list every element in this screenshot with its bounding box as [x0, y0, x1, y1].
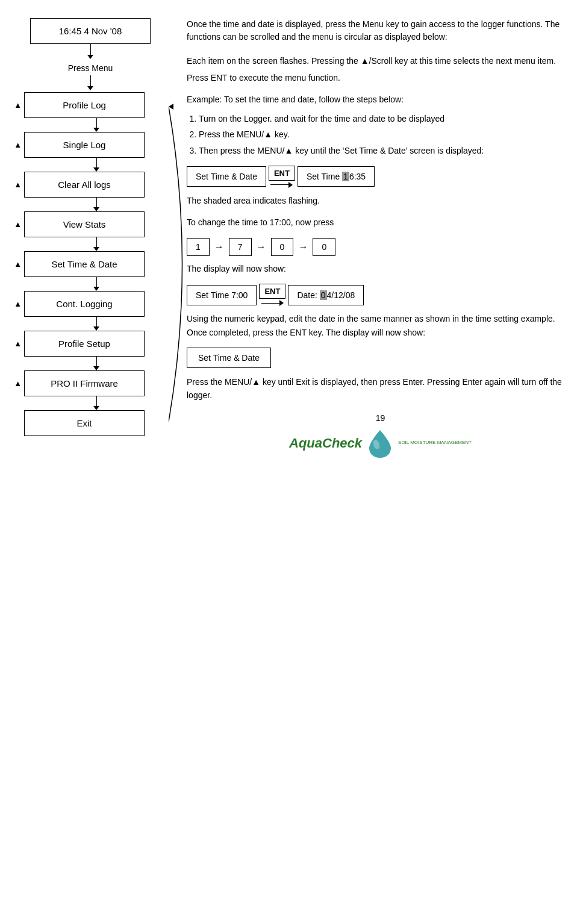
flow-wrapper: ▲Profile Log▲Single Log▲Clear All logs▲V… [12, 92, 169, 436]
svg-marker-0 [169, 104, 173, 110]
menu-box-0: Profile Log [24, 92, 145, 118]
connector-arrow-1 [93, 167, 99, 172]
time-display-box: 16:45 4 Nov '08 [30, 18, 151, 44]
example-heading-text: Example: To set the time and date, follo… [187, 95, 404, 104]
diag2-right-suffix: 4/12/08 [327, 290, 355, 300]
menu-box-8: Exit [24, 410, 145, 436]
press-menu-label: Press Menu [68, 63, 113, 73]
arrow-head-2 [279, 300, 284, 306]
connector-5 [12, 317, 169, 331]
connector-line-4 [96, 277, 97, 287]
menu-box-5: Cont. Logging [24, 291, 145, 317]
num-sequence-row: 1 → 7 → 0 → 0 [187, 238, 574, 256]
menu-box-4: Set Time & Date [24, 251, 145, 277]
connector-4 [12, 277, 169, 291]
press-menu-exit-text: Press the MENU/▲ key until Exit is displ… [187, 375, 574, 402]
diag1-left-box: Set Time & Date [187, 166, 266, 187]
final-box-container: Set Time & Date [187, 348, 574, 368]
num-arrow-3: → [298, 242, 308, 252]
connector-line-2 [96, 198, 97, 207]
flow-item-row-4: ▲Set Time & Date [12, 251, 169, 277]
flow-item-row-2: ▲Clear All logs [12, 172, 169, 198]
connector-line-3 [96, 237, 97, 247]
connector-arrow-4 [93, 287, 99, 291]
flow-item-row-8: Exit [12, 410, 169, 436]
connector-arrow-0 [93, 128, 99, 132]
num-arrow-2: → [257, 242, 266, 252]
triangle-marker-1: ▲ [12, 140, 22, 149]
num-box-2: 7 [229, 238, 252, 256]
left-column: 16:45 4 Nov '08 Press Menu ▲Profile Log▲… [6, 12, 175, 459]
triangle-marker-4: ▲ [12, 260, 22, 269]
num-box-4: 0 [313, 238, 335, 256]
connector-arrow-6 [93, 366, 99, 370]
step-a: Turn on the Logger. and wait for the tim… [199, 112, 574, 125]
connector-arrow-5 [93, 326, 99, 331]
keypad-text: Using the numeric keypad, edit the date … [187, 312, 574, 339]
aquacheck-drop-icon [366, 428, 394, 459]
connector-line-0 [96, 118, 97, 128]
diag1-right-box: Set Time 16:35 [298, 166, 375, 187]
diag2-left-label: Set Time 7:00 [196, 290, 248, 300]
triangle-marker-0: ▲ [12, 101, 22, 110]
display-show-text: The display will now show: [187, 262, 574, 275]
flow-item-row-0: ▲Profile Log [12, 92, 169, 118]
change-time-text: To change the time to 17:00, now press [187, 216, 574, 229]
connector-0 [12, 118, 169, 132]
connector-2 [12, 198, 169, 211]
aquacheck-text: AquaCheck [289, 435, 362, 451]
num-arrow-1: → [214, 242, 224, 252]
connector-1 [12, 158, 169, 172]
menu-box-3: View Stats [24, 211, 145, 237]
ent-arrow-line-1 [270, 182, 293, 188]
diagram2-row: Set Time 7:00 ENT Date: 04/12/08 [187, 284, 574, 306]
time-display-label: 16:45 4 Nov '08 [59, 26, 122, 36]
triangle-marker-7: ▲ [12, 379, 22, 388]
diag2-right-box: Date: 04/12/08 [288, 285, 364, 305]
triangle-marker-5: ▲ [12, 299, 22, 308]
ent-box-1: ENT [269, 166, 295, 181]
arrow-down-1 [87, 44, 93, 61]
ent-arrow-2: ENT [259, 284, 285, 306]
diag1-right-hl: 1 [342, 172, 349, 181]
connector-line-1 [96, 158, 97, 167]
triangle-marker-2: ▲ [12, 180, 22, 189]
menu-box-6: Profile Setup [24, 331, 145, 357]
num-box-1: 1 [187, 238, 210, 256]
connector-line-6 [96, 357, 97, 366]
final-box-label: Set Time & Date [198, 353, 260, 363]
diagram1-row: Set Time & Date ENT Set Time 16:35 [187, 166, 574, 188]
section1-p1: Each item on the screen flashes. Pressin… [187, 54, 574, 67]
connector-arrow-2 [93, 207, 99, 211]
flow-item-row-1: ▲Single Log [12, 132, 169, 158]
right-column: Once the time and date is displayed, pre… [181, 12, 580, 459]
menu-box-1: Single Log [24, 132, 145, 158]
connector-3 [12, 237, 169, 251]
connector-line-5 [96, 317, 97, 326]
connector-arrow-3 [93, 247, 99, 251]
shaded-text: The shaded area indicates flashing. [187, 194, 574, 207]
arrow-line-2 [261, 303, 279, 304]
diag1-left-label: Set Time & Date [196, 172, 257, 181]
ent-arrow-line-2 [261, 300, 284, 306]
diag2-left-box: Set Time 7:00 [187, 285, 257, 305]
menu-box-2: Clear All logs [24, 172, 145, 198]
triangle-marker-3: ▲ [12, 220, 22, 229]
steps-list: Turn on the Logger. and wait for the tim… [187, 112, 574, 157]
step-c: Then press the MENU/▲ key until the ‘Set… [199, 144, 574, 157]
num-box-3: 0 [271, 238, 294, 256]
arrow-down-2 [87, 75, 93, 92]
intro-text-content: Once the time and date is displayed, pre… [187, 19, 560, 42]
menu-box-7: PRO II Firmware [24, 370, 145, 396]
arrow-head [288, 182, 293, 188]
intro-text: Once the time and date is displayed, pre… [187, 18, 574, 43]
triangle-marker-6: ▲ [12, 339, 22, 348]
section1-p2: Press ENT to execute the menu function. [187, 71, 574, 84]
diag1-right-suffix: 6:35 [349, 172, 366, 181]
arrow-line [270, 184, 288, 185]
aquacheck-sub-text: SOIL MOISTURE MANAGEMENT [398, 440, 472, 446]
diag1-right-prefix: Set Time [307, 172, 342, 181]
section1-text: Each item on the screen flashes. Pressin… [187, 54, 574, 85]
flow-item-row-6: ▲Profile Setup [12, 331, 169, 357]
step-b: Press the MENU/▲ key. [199, 128, 574, 141]
